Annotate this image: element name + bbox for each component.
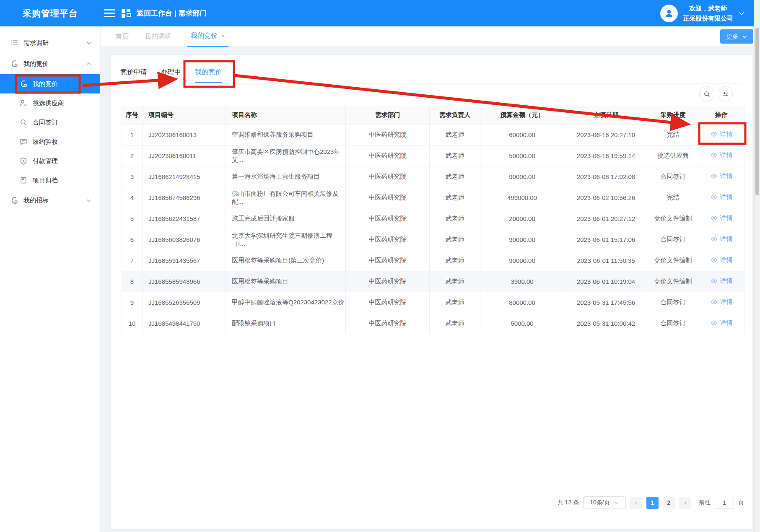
table-cell: 中医药研究院 bbox=[346, 271, 430, 292]
action-cell: 详情 bbox=[698, 187, 744, 208]
table-cell: 合同签订 bbox=[648, 292, 698, 313]
table-cell: 空调维修和保养服务采购项目 bbox=[226, 125, 346, 145]
workbench-grid-icon[interactable] bbox=[122, 9, 131, 18]
table-cell: 配眼镜采购项目 bbox=[226, 313, 346, 334]
scrollbar-thumb[interactable] bbox=[755, 28, 759, 195]
action-cell: 详情 bbox=[698, 250, 744, 271]
bid-icon bbox=[10, 196, 18, 205]
table-row: 5JJ1685622431587施工完成后回迁搬家服中医药研究院武老师20000… bbox=[122, 208, 744, 229]
tab-my-bidding[interactable]: 我的竞价 × bbox=[187, 26, 228, 47]
hamburger-menu-icon[interactable] bbox=[104, 9, 115, 17]
detail-link[interactable]: 详情 bbox=[710, 151, 733, 159]
sidebar-item-demand-research[interactable]: 需求调研 bbox=[0, 32, 100, 53]
table-cell: 合同签订 bbox=[648, 313, 698, 334]
detail-link[interactable]: 详情 bbox=[710, 130, 733, 138]
table-cell: 医用棉签等采购项目 bbox=[226, 271, 346, 292]
subtab-in-progress[interactable]: 办理中 bbox=[161, 68, 181, 83]
table-cell: 80000.00 bbox=[480, 292, 564, 313]
table-cell: 合同签订 bbox=[648, 229, 698, 250]
table-cell: 施工完成后回迁搬家服 bbox=[226, 208, 346, 229]
header-demand-dept: 需求部门 bbox=[346, 106, 430, 125]
table-cell: 竞价文件编制 bbox=[648, 271, 698, 292]
header-budget: 预算金额（元） bbox=[480, 106, 564, 125]
table-cell: 6 bbox=[122, 229, 143, 250]
content-card: 竞价申请 办理中 我的竞价 序号 项目编号 项目名称 需求部门 需求负责人 预算… bbox=[111, 55, 752, 529]
table-row: 8JJ1685585943966医用棉签等采购项目中医药研究院武老师3900.0… bbox=[122, 271, 744, 292]
table-cell: 8 bbox=[122, 271, 143, 292]
table-row: 1JJ202306160013空调维修和保养服务采购项目中医药研究院武老师600… bbox=[122, 125, 744, 145]
chevron-down-icon bbox=[738, 10, 745, 17]
table-cell: 90000.00 bbox=[480, 229, 564, 250]
window-scrollbar[interactable] bbox=[754, 0, 760, 532]
goto-page-input[interactable] bbox=[715, 497, 734, 509]
action-cell: 详情 bbox=[698, 208, 744, 229]
page-size-select[interactable]: 10条/页 bbox=[583, 496, 626, 509]
table-cell: 4 bbox=[122, 187, 143, 208]
sidebar-item-my-bidding-sub[interactable]: 我的竞价 bbox=[0, 74, 100, 93]
filter-button[interactable] bbox=[718, 86, 733, 101]
app-logo: 采购管理平台 bbox=[0, 8, 101, 19]
search-button[interactable] bbox=[699, 86, 714, 101]
prev-page-button[interactable]: ‹ bbox=[630, 497, 642, 509]
sidebar-item-my-bidding[interactable]: 我的竞价 bbox=[0, 53, 100, 74]
eye-icon bbox=[710, 193, 718, 201]
table-cell: JJ1685603826076 bbox=[143, 229, 226, 250]
table-cell: 5000.00 bbox=[480, 313, 564, 334]
header-progress: 采购进度 bbox=[648, 106, 698, 125]
detail-link[interactable]: 详情 bbox=[710, 277, 733, 285]
action-cell: 详情 bbox=[698, 229, 744, 250]
table-cell: 2023-06-01 20:27:12 bbox=[564, 208, 648, 229]
eye-icon bbox=[710, 151, 718, 159]
table-cell: JJ1685591435567 bbox=[143, 250, 226, 271]
detail-link[interactable]: 详情 bbox=[710, 256, 733, 264]
detail-link[interactable]: 详情 bbox=[710, 193, 733, 201]
page-button-2[interactable]: 2 bbox=[663, 497, 675, 509]
table-cell: 2023-06-02 10:56:26 bbox=[564, 187, 648, 208]
sidebar-item-contract-signing[interactable]: 合同签订 bbox=[0, 113, 100, 132]
sidebar-item-my-tender[interactable]: 我的招标 bbox=[0, 190, 100, 211]
table-cell: 武老师 bbox=[430, 292, 480, 313]
table-cell: 中医药研究院 bbox=[346, 292, 430, 313]
action-cell: 详情 bbox=[698, 145, 744, 166]
table-header-row: 序号 项目编号 项目名称 需求部门 需求负责人 预算金额（元） 立项日期 采购进… bbox=[122, 106, 744, 125]
table-cell: 竞价文件编制 bbox=[648, 250, 698, 271]
detail-link[interactable]: 详情 bbox=[710, 298, 733, 306]
action-cell: 详情 bbox=[698, 292, 744, 313]
sidebar-item-project-archive[interactable]: 项目归档 bbox=[0, 171, 100, 190]
detail-link[interactable]: 详情 bbox=[710, 319, 733, 327]
eye-icon bbox=[710, 256, 718, 264]
sidebar-item-select-supplier[interactable]: 挑选供应商 bbox=[0, 93, 100, 113]
tab-home[interactable]: 首页 bbox=[115, 26, 129, 47]
detail-link[interactable]: 详情 bbox=[710, 172, 733, 180]
next-page-button[interactable]: › bbox=[679, 497, 691, 509]
more-button[interactable]: 更多 bbox=[720, 29, 753, 44]
table-cell: JJ202306160011 bbox=[143, 145, 226, 166]
sidebar-item-performance-acceptance[interactable]: 履约验收 bbox=[0, 132, 100, 151]
tab-my-research[interactable]: 我的调研 bbox=[145, 26, 171, 47]
table-cell: 20000.00 bbox=[480, 208, 564, 229]
detail-link[interactable]: 详情 bbox=[710, 235, 733, 243]
table-row: 3JJ1686214928415第一海水浴场海上救生服务项目中医药研究院武老师9… bbox=[122, 166, 744, 187]
table-cell: 10 bbox=[122, 313, 143, 334]
table-cell: JJ1685526356509 bbox=[143, 292, 226, 313]
subtab-my-bidding[interactable]: 我的竞价 bbox=[195, 68, 222, 83]
table-cell: 完结 bbox=[648, 187, 698, 208]
list-icon bbox=[10, 39, 18, 47]
table-cell: JJ1685498441750 bbox=[143, 313, 226, 334]
eye-icon bbox=[710, 235, 718, 243]
close-icon[interactable]: × bbox=[221, 32, 225, 39]
action-cell: 详情 bbox=[698, 313, 744, 334]
subtab-bid-application[interactable]: 竞价申请 bbox=[120, 68, 147, 83]
detail-link[interactable]: 详情 bbox=[710, 214, 733, 222]
sidebar-item-payment-management[interactable]: 付款管理 bbox=[0, 151, 100, 171]
table-cell: 2023-06-01 11:50:35 bbox=[564, 250, 648, 271]
table-row: 10JJ1685498441750配眼镜采购项目中医药研究院武老师5000.00… bbox=[122, 313, 744, 334]
table-cell: JJ1685585943966 bbox=[143, 271, 226, 292]
page-button-1[interactable]: 1 bbox=[646, 497, 659, 509]
action-cell: 详情 bbox=[698, 166, 744, 187]
breadcrumb[interactable]: 返回工作台 | 需求部门 bbox=[137, 8, 207, 18]
bid-icon bbox=[10, 60, 18, 68]
table-cell: 中医药研究院 bbox=[346, 145, 430, 166]
eye-icon bbox=[710, 214, 718, 222]
user-menu[interactable]: 欢迎，武老师 正采股份有限公司 bbox=[660, 0, 745, 26]
